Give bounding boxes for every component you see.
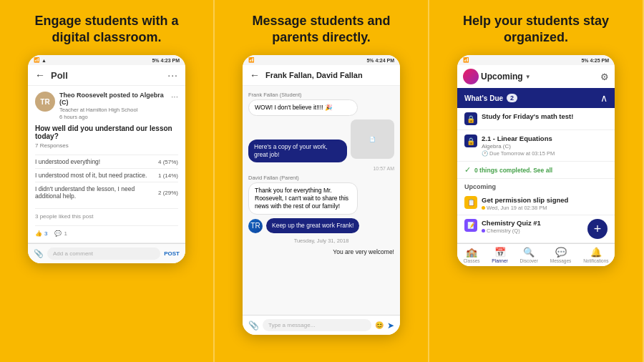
phone3: 📶 5% 4:25 PM Upcoming ▼ ⚙ What's [457,55,615,266]
phone1-wrapper: 📶 ▲ 5% 4:23 PM ← Poll ··· TR The [28,55,185,355]
sender-label-2: David Fallan (Parent) [248,175,394,181]
phone1: 📶 ▲ 5% 4:23 PM ← Poll ··· TR The [28,55,185,263]
sender-label-1: Frank Fallan (Student) [248,92,394,98]
poll-responses: 7 Responses [35,142,178,149]
upcoming-item-2-title: Chemistry Quiz #1 [482,219,583,227]
check-icon: ✓ [464,165,471,175]
panel2-title: Message students and parents directly. [252,13,390,45]
phone3-wrapper: 📶 5% 4:25 PM Upcoming ▼ ⚙ What's [457,55,615,355]
post-footer: 3 people liked this post [35,208,178,220]
comment-count: 💬 1 [54,230,67,237]
status-right-1: 5% 4:23 PM [152,58,180,63]
poll-header: ← Poll ··· [28,65,185,86]
panel3-title: Help your students stay organized. [463,13,609,45]
wifi-icon-3: 📶 [463,57,469,63]
chat-title: Frank Fallan, David Fallan [265,71,363,79]
poll-option-1-text: I understood everything! [35,158,158,165]
upcoming-item-2-icon: 📝 [464,219,477,232]
nav-discover[interactable]: 🔍 Discover [520,247,538,263]
comment-bar: 📎 Add a comment POST [28,243,185,263]
attach-icon-2: 📎 [248,321,259,331]
upcoming-title: Upcoming [481,72,523,82]
nav-notifications[interactable]: 🔔 Notifications [583,247,608,263]
poll-option-2: I understood most of it, but need practi… [35,168,178,182]
classes-label: Classes [463,258,479,263]
panel-messages: Message students and parents directly. 📶… [215,0,429,362]
poll-option-3-count: 2 (29%) [158,190,178,196]
upcoming-section-label: Upcoming [457,179,615,192]
post-time: 6 hours ago [59,114,167,120]
message-2: Here's a copy of your work, great job! [248,140,347,162]
message-3: Thank you for everything Mr. Roosevelt, … [248,182,358,215]
more-options-button[interactable]: ··· [167,69,178,81]
upcoming-item-1-icon: 📋 [464,196,477,209]
poll-question: How well did you understand our lesson t… [35,124,178,140]
comment-input[interactable]: Add a comment [47,248,160,260]
poll-option-3-text: I didn't understand the lesson, I need a… [35,185,158,200]
whats-due-count: 2 [507,94,517,102]
panel-poll: Engage students with a digital classroom… [0,0,215,362]
upcoming-item-1-content: Get permission slip signed Wed, Jun 19 a… [482,196,608,211]
upcoming-item-1-title: Get permission slip signed [482,196,608,204]
post-card: TR Theo Roosevelt posted to Algebra (C) … [28,86,185,243]
discover-icon: 🔍 [523,247,535,258]
panel1-title: Engage students with a digital classroom… [34,13,178,45]
notifications-label: Notifications [583,258,608,263]
completed-text: 0 things completed. See all [474,167,552,174]
attach-icon: 📎 [34,249,44,258]
messages-icon: 💬 [555,247,567,258]
likes-label: 3 people liked this post [35,213,93,220]
add-button[interactable]: + [587,219,608,239]
chat-input[interactable]: Type a message... [263,319,371,331]
message-1: WOW! I don't believe it!!!! 🎉 [248,99,358,116]
panel-upcoming: Help your students stay organized. 📶 5% … [429,0,644,362]
phone2: 📶 5% 4:24 PM ← Frank Fallan, David Falla… [243,55,400,335]
due-item-2: 🔒 2.1 - Linear Equations Algebra (C) 🕐 D… [457,130,615,162]
upcoming-item-2-content: Chemistry Quiz #1 Chemistry (Q) [482,219,583,234]
settings-icon[interactable]: ⚙ [600,72,609,82]
due-item-2-icon: 🔒 [464,134,477,147]
wifi-icon-2: 📶 [248,57,255,63]
upcoming-title-row: Upcoming ▼ [463,69,531,84]
image-attachment: 📄 [351,119,394,159]
chat-back-button[interactable]: ← [250,69,260,81]
date-dot-2 [482,229,485,233]
chat-header: ← Frank Fallan, David Fallan [243,65,400,86]
poll-option-1: I understood everything! 4 (57%) [35,155,178,168]
due-item-2-title: 2.1 - Linear Equations [482,134,608,142]
like-button[interactable]: 👍 3 [35,230,47,237]
completed-row[interactable]: ✓ 0 things completed. See all [457,162,615,179]
collapse-button[interactable]: ∧ [600,92,608,104]
phone2-wrapper: 📶 5% 4:24 PM ← Frank Fallan, David Falla… [243,55,400,355]
due-item-1-title: Study for Friday's math test! [482,112,608,120]
time-label-1: 10:57 AM [248,166,394,171]
nav-planner[interactable]: 📅 Planner [492,247,507,263]
chat-body: Frank Fallan (Student) WOW! I don't beli… [243,86,400,315]
poll-option-3: I didn't understand the lesson, I need a… [35,182,178,202]
poll-title: Poll [51,70,68,81]
status-bar-3: 📶 5% 4:25 PM [457,55,615,65]
planner-label: Planner [492,258,507,263]
due-item-1-content: Study for Friday's math test! [482,112,608,120]
notifications-icon: 🔔 [590,247,602,258]
post-author-row: TR Theo Roosevelt posted to Algebra (C) … [35,92,178,120]
post-button[interactable]: POST [164,250,180,257]
chat-input-bar: 📎 Type a message... 😊 ➤ [243,315,400,335]
post-author-info: Theo Roosevelt posted to Algebra (C) Tea… [59,92,167,120]
nav-classes[interactable]: 🏫 Classes [463,247,479,263]
due-item-2-date: 🕐 Due Tomorrow at 03:15 PM [482,150,608,157]
whats-due-title: What's Due [464,94,503,102]
nav-messages[interactable]: 💬 Messages [550,247,572,263]
send-button[interactable]: ➤ [387,321,394,331]
back-button[interactable]: ← [35,69,45,81]
post-more-button[interactable]: ··· [171,92,178,102]
sent-avatar: TR [248,219,263,233]
upcoming-dropdown[interactable]: ▼ [525,74,531,80]
upcoming-item-2: 📝 Chemistry Quiz #1 Chemistry (Q) + [457,215,615,243]
classes-icon: 🏫 [466,247,477,258]
emoji-button[interactable]: 😊 [375,321,384,329]
post-author-name: Theo Roosevelt posted to Algebra (C) [59,92,167,106]
date-dot-1 [482,206,485,210]
post-author-sub: Teacher at Hamilton High School [59,107,167,113]
wifi-icon: 📶 [34,57,40,63]
